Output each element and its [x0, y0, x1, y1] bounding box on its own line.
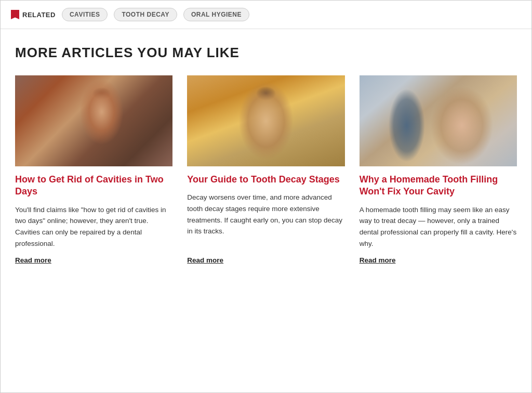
- article-title-3: Why a Homemade Tooth Filling Won't Fix Y…: [360, 174, 517, 198]
- bookmark-icon: [11, 10, 19, 19]
- article-body-3: A homemade tooth filling may seem like a…: [360, 204, 517, 249]
- read-more-2[interactable]: Read more: [187, 256, 344, 264]
- articles-grid: How to Get Rid of Cavities in Two Days Y…: [15, 75, 517, 264]
- article-card-3: Why a Homemade Tooth Filling Won't Fix Y…: [360, 75, 517, 264]
- article-image-2: [187, 75, 344, 166]
- read-more-3[interactable]: Read more: [360, 256, 517, 264]
- article-title-1: How to Get Rid of Cavities in Two Days: [15, 174, 172, 198]
- article-image-1: [15, 75, 172, 166]
- article-image-3: [360, 75, 517, 166]
- tag-tooth-decay[interactable]: TOOTH DECAY: [114, 8, 177, 21]
- article-body-1: You'll find claims like "how to get rid …: [15, 204, 172, 249]
- article-title-2: Your Guide to Tooth Decay Stages: [187, 174, 344, 186]
- article-body-2: Decay worsens over time, and more advanc…: [187, 192, 344, 249]
- read-more-1[interactable]: Read more: [15, 256, 172, 264]
- tag-oral-hygiene[interactable]: ORAL HYGIENE: [183, 8, 249, 21]
- article-card-1: How to Get Rid of Cavities in Two Days Y…: [15, 75, 172, 264]
- related-label: RELATED: [11, 10, 56, 19]
- tag-cavities[interactable]: CAVITIES: [62, 8, 108, 21]
- page-container: RELATED CAVITIES TOOTH DECAY ORAL HYGIEN…: [0, 0, 532, 393]
- related-bar: RELATED CAVITIES TOOTH DECAY ORAL HYGIEN…: [1, 1, 531, 29]
- section-title: MORE ARTICLES YOU MAY LIKE: [15, 45, 517, 61]
- related-text: RELATED: [22, 11, 56, 19]
- main-content: MORE ARTICLES YOU MAY LIKE How to Get Ri…: [1, 29, 531, 392]
- article-card-2: Your Guide to Tooth Decay Stages Decay w…: [187, 75, 344, 264]
